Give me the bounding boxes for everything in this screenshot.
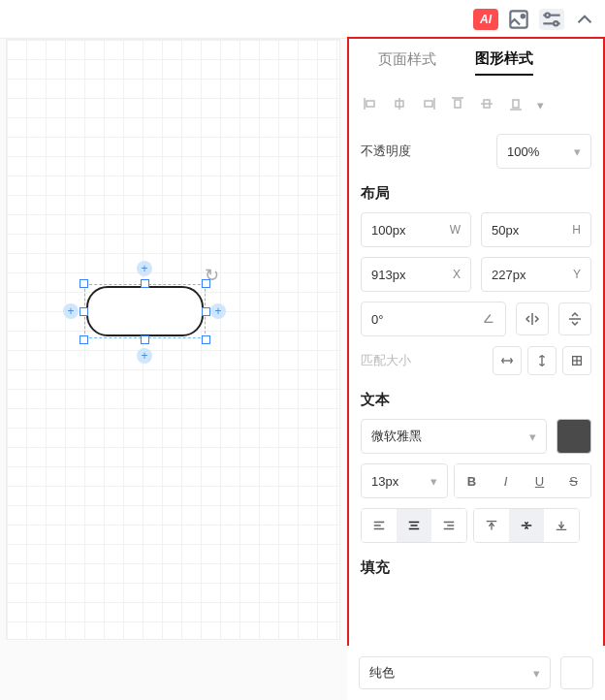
align-bottom-icon[interactable] xyxy=(508,96,524,114)
angle-icon xyxy=(482,311,495,328)
align-right-icon[interactable] xyxy=(421,96,436,114)
connector-add-right[interactable]: + xyxy=(210,303,226,319)
align-more-icon[interactable]: ▾ xyxy=(537,98,544,112)
settings-panel-icon[interactable] xyxy=(539,9,564,30)
svg-rect-9 xyxy=(366,101,374,107)
tab-page-style[interactable]: 页面样式 xyxy=(378,50,436,75)
text-align-center-button[interactable] xyxy=(397,509,431,542)
strikethrough-button[interactable]: S xyxy=(557,464,590,497)
layout-section-title: 布局 xyxy=(361,184,591,203)
style-panel: 页面样式 图形样式 ▾ 不透明度 100% ▾ 布局 100pxW 50pxH … xyxy=(347,37,605,700)
svg-point-5 xyxy=(554,21,557,25)
svg-rect-15 xyxy=(455,100,461,108)
align-center-h-icon[interactable] xyxy=(392,96,407,114)
x-input[interactable]: 913pxX xyxy=(361,257,471,292)
svg-point-2 xyxy=(546,13,550,16)
width-input[interactable]: 100pxW xyxy=(361,212,471,247)
connector-add-top[interactable]: + xyxy=(137,261,152,276)
bold-button[interactable]: B xyxy=(455,464,489,497)
preview-icon[interactable] xyxy=(506,9,531,30)
connector-add-left[interactable]: + xyxy=(63,303,79,319)
italic-button[interactable]: I xyxy=(489,464,523,497)
resize-handle-bm[interactable] xyxy=(141,335,149,344)
height-input[interactable]: 50pxH xyxy=(481,212,591,247)
canvas-grid[interactable]: ↻ + + + + xyxy=(6,39,340,640)
stepper-icon[interactable]: ▾ xyxy=(574,144,581,159)
match-height-button[interactable] xyxy=(527,346,557,375)
fill-section-title: 填充 xyxy=(361,558,591,577)
underline-button[interactable]: U xyxy=(523,464,557,497)
font-family-select[interactable]: 微软雅黑▾ xyxy=(361,419,547,454)
alignment-toolbar: ▾ xyxy=(361,85,591,124)
connector-add-bottom[interactable]: + xyxy=(137,348,152,364)
tab-shape-style[interactable]: 图形样式 xyxy=(475,49,533,76)
text-color-swatch[interactable] xyxy=(557,419,591,454)
resize-handle-br[interactable] xyxy=(202,335,210,344)
resize-handle-mr[interactable] xyxy=(202,307,210,316)
svg-rect-19 xyxy=(513,100,519,108)
font-size-input[interactable]: 13px▾ xyxy=(361,463,448,498)
canvas-area[interactable]: ↻ + + + + xyxy=(0,39,347,700)
align-center-v-icon[interactable] xyxy=(479,96,494,114)
opacity-input[interactable]: 100% ▾ xyxy=(496,134,591,169)
collapse-icon[interactable] xyxy=(572,9,597,30)
svg-rect-0 xyxy=(510,11,526,27)
selected-shape[interactable]: ↻ + + + + xyxy=(79,243,210,350)
angle-input[interactable]: 0° xyxy=(361,302,506,336)
align-top-icon[interactable] xyxy=(450,96,465,114)
svg-point-1 xyxy=(522,15,525,17)
text-section-title: 文本 xyxy=(361,391,591,409)
match-size-label: 匹配大小 xyxy=(361,352,411,369)
resize-handle-tm[interactable] xyxy=(141,279,149,288)
match-width-button[interactable] xyxy=(493,346,522,375)
match-both-button[interactable] xyxy=(562,346,591,375)
fill-controls-row: 纯色▾ xyxy=(347,646,605,700)
selection-outline xyxy=(84,284,206,338)
text-valign-middle-button[interactable] xyxy=(509,509,544,542)
ai-button[interactable]: AI xyxy=(473,9,498,30)
align-left-icon[interactable] xyxy=(363,96,378,114)
opacity-label: 不透明度 xyxy=(361,143,411,160)
top-toolbar: AI xyxy=(0,0,605,39)
panel-tabs: 页面样式 图形样式 xyxy=(361,39,591,85)
y-input[interactable]: 227pxY xyxy=(481,257,591,292)
fill-color-swatch[interactable] xyxy=(560,656,593,689)
resize-handle-tl[interactable] xyxy=(80,279,88,288)
text-valign-bottom-button[interactable] xyxy=(544,509,579,542)
text-align-left-button[interactable] xyxy=(362,509,397,542)
resize-handle-ml[interactable] xyxy=(80,307,88,316)
resize-handle-bl[interactable] xyxy=(80,335,88,344)
fill-type-select[interactable]: 纯色▾ xyxy=(359,656,551,689)
text-valign-top-button[interactable] xyxy=(474,509,509,542)
resize-handle-tr[interactable] xyxy=(202,279,210,288)
svg-rect-13 xyxy=(425,101,432,107)
flip-horizontal-button[interactable] xyxy=(516,302,549,335)
text-align-right-button[interactable] xyxy=(431,509,466,542)
flip-vertical-button[interactable] xyxy=(558,302,591,335)
